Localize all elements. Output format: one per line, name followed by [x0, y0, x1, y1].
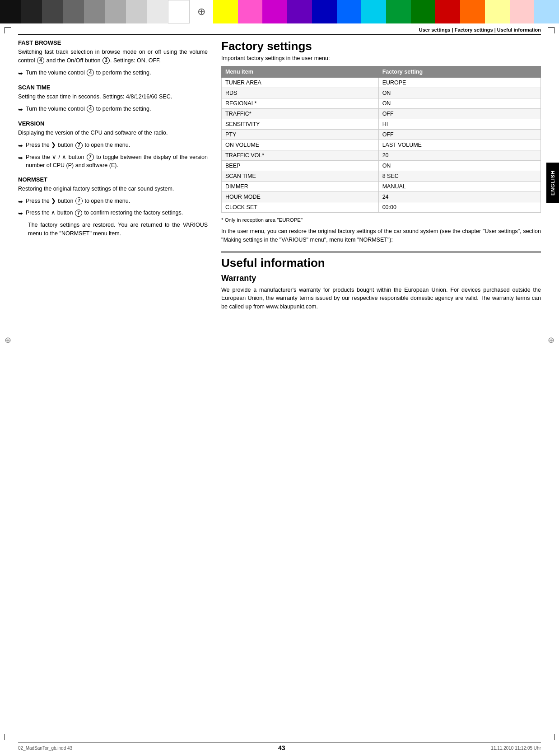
- table-header-factory: Factory setting: [378, 66, 540, 78]
- circle-4b: 4: [87, 69, 94, 76]
- version-text: Displaying the version of the CPU and so…: [18, 129, 208, 137]
- header-title: User settings | Factory settings | Usefu…: [18, 27, 541, 35]
- swatch-r5: [312, 0, 337, 23]
- corner-mark-tl: [5, 27, 11, 33]
- warranty-title: Warranty: [221, 274, 541, 283]
- arrow-icon-3: ➥: [18, 141, 23, 150]
- fast-browse-text: Switching fast track selection in browse…: [18, 48, 208, 65]
- swatch-r9: [411, 0, 436, 23]
- fast-browse-title: FAST BROWSE: [18, 39, 208, 46]
- swatch-3: [42, 0, 63, 23]
- swatch-r7: [361, 0, 386, 23]
- table-cell-menu: HOUR MODE: [222, 192, 379, 202]
- table-cell-menu: RDS: [222, 88, 379, 98]
- table-row: BEEPON: [222, 161, 541, 171]
- table-cell-setting: HI: [378, 119, 540, 130]
- swatch-r6: [337, 0, 362, 23]
- settings-table: Menu item Factory setting TUNER AREAEURO…: [221, 66, 541, 213]
- crosshair-right-mid: ⊕: [548, 335, 554, 345]
- table-cell-menu: SCAN TIME: [222, 171, 379, 182]
- side-tab-label: ENGLISH: [550, 170, 555, 196]
- swatch-2: [21, 0, 42, 23]
- useful-information-title: Useful information: [221, 252, 541, 270]
- table-cell-menu: CLOCK SET: [222, 202, 379, 213]
- swatch-r4: [287, 0, 312, 23]
- normset-text: Restoring the original factory settings …: [18, 185, 208, 193]
- table-header-menu: Menu item: [222, 66, 379, 78]
- circle-7b: 7: [87, 154, 94, 161]
- fast-browse-bullet-1: ➥ Turn the volume control 4 to perform t…: [18, 69, 208, 78]
- swatch-1: [0, 0, 21, 23]
- warranty-text: We provide a manufacturer's warranty for…: [221, 286, 541, 311]
- bottom-bar: 02_MadSanTor_gb.indd 43 43 11.11.2010 11…: [18, 742, 541, 751]
- table-cell-setting: 24: [378, 192, 540, 202]
- swatch-r11: [460, 0, 485, 23]
- page-number: 43: [278, 744, 285, 751]
- factory-body-text: In the user menu, you can restore the or…: [221, 227, 541, 244]
- table-note: * Only in reception area "EUROPE": [221, 217, 541, 223]
- table-cell-menu: SENSITIVITY: [222, 119, 379, 130]
- color-bar-left: [0, 0, 190, 23]
- center-crosshair-top: ⊕: [190, 0, 213, 23]
- circle-4c: 4: [87, 105, 94, 112]
- table-cell-menu: ON VOLUME: [222, 140, 379, 150]
- swatch-r8: [386, 0, 411, 23]
- swatch-5: [84, 0, 105, 23]
- table-cell-setting: 8 SEC: [378, 171, 540, 182]
- table-cell-setting: MANUAL: [378, 182, 540, 192]
- corner-mark-bl: [5, 734, 11, 740]
- swatch-9: [168, 0, 190, 23]
- table-cell-setting: ON: [378, 88, 540, 98]
- version-bullet-2: ➥ Press the ∨ / ∧ button 7 to toggle bet…: [18, 153, 208, 170]
- section-version: VERSION Displaying the version of the CP…: [18, 120, 208, 170]
- version-bullet-2-text: Press the ∨ / ∧ button 7 to toggle betwe…: [26, 153, 208, 170]
- side-tab-english: ENGLISH: [546, 163, 559, 203]
- corner-mark-tr: [548, 27, 554, 33]
- circle-7a: 7: [75, 142, 83, 149]
- arrow-icon-1: ➥: [18, 69, 23, 78]
- arrow-icon-2: ➥: [18, 105, 23, 114]
- swatch-r1: [213, 0, 238, 23]
- crosshair-left-mid: ⊕: [5, 335, 11, 345]
- table-row: CLOCK SET00:00: [222, 202, 541, 213]
- left-column: FAST BROWSE Switching fast track selecti…: [18, 39, 208, 311]
- table-cell-menu: REGIONAL*: [222, 98, 379, 109]
- circle-4a: 4: [37, 57, 44, 64]
- table-row: HOUR MODE24: [222, 192, 541, 202]
- section-normset: NORMSET Restoring the original factory s…: [18, 176, 208, 238]
- normset-bullet-1: ➥ Press the ❯ button 7 to open the menu.: [18, 197, 208, 206]
- color-bar: ⊕: [0, 0, 559, 23]
- main-columns: FAST BROWSE Switching fast track selecti…: [18, 39, 541, 311]
- version-title: VERSION: [18, 120, 208, 127]
- right-column: Factory settings Important factory setti…: [221, 39, 541, 311]
- scan-time-title: SCAN TIME: [18, 84, 208, 91]
- arrow-icon-6: ➥: [18, 209, 23, 218]
- swatch-8: [147, 0, 168, 23]
- table-row: SENSITIVITYHI: [222, 119, 541, 130]
- arrow-icon-5: ➥: [18, 197, 23, 206]
- bottom-left-text: 02_MadSanTor_gb.indd 43: [18, 746, 72, 751]
- table-cell-setting: ON: [378, 98, 540, 109]
- circle-7d: 7: [75, 210, 82, 217]
- table-cell-setting: OFF: [378, 130, 540, 140]
- bottom-right-text: 11.11.2010 11:12:05 Uhr: [491, 746, 541, 751]
- table-cell-menu: TRAFFIC VOL*: [222, 150, 379, 161]
- factory-settings-section: Factory settings Important factory setti…: [221, 39, 541, 244]
- table-row: ON VOLUMELAST VOLUME: [222, 140, 541, 150]
- arrow-icon-4: ➥: [18, 154, 23, 163]
- factory-settings-subtitle: Important factory settings in the user m…: [221, 55, 541, 61]
- fast-browse-bullet-1-text: Turn the volume control 4 to perform the…: [26, 69, 208, 77]
- table-cell-menu: TUNER AREA: [222, 78, 379, 88]
- swatch-r2: [238, 0, 263, 23]
- table-row: TUNER AREAEUROPE: [222, 78, 541, 88]
- table-cell-menu: PTY: [222, 130, 379, 140]
- table-cell-setting: OFF: [378, 109, 540, 119]
- section-scan-time: SCAN TIME Setting the scan time in secon…: [18, 84, 208, 114]
- version-bullet-1-text: Press the ❯ button 7 to open the menu.: [26, 141, 208, 149]
- swatch-r13: [510, 0, 535, 23]
- normset-bullet-1-text: Press the ❯ button 7 to open the menu.: [26, 197, 208, 205]
- scan-time-bullet-1: ➥ Turn the volume control 4 to perform t…: [18, 105, 208, 114]
- table-row: TRAFFIC VOL*20: [222, 150, 541, 161]
- table-cell-menu: DIMMER: [222, 182, 379, 192]
- swatch-r14: [534, 0, 559, 23]
